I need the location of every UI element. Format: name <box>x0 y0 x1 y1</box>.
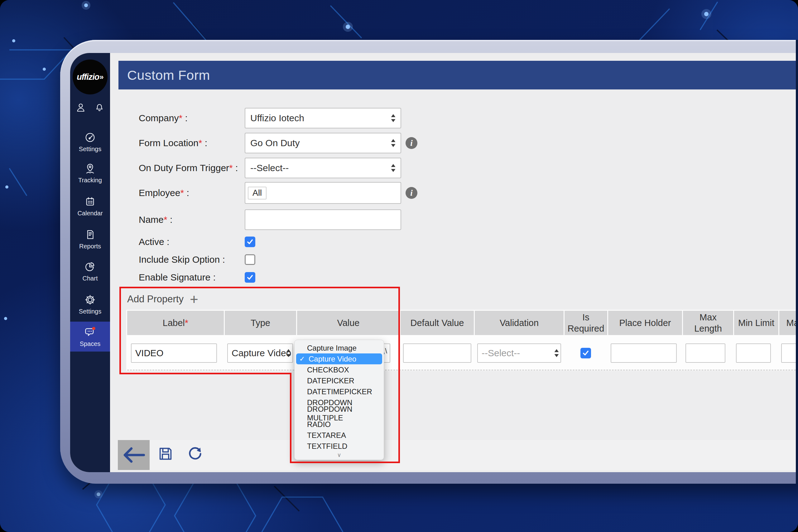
logo-text: uffizio <box>77 72 99 82</box>
page-titlebar: Custom Form <box>118 61 796 90</box>
row-is-required-checkbox[interactable] <box>581 348 591 358</box>
field-label-text: Employee <box>139 188 180 198</box>
sidebar-item-chart[interactable]: Chart <box>70 259 110 284</box>
sidebar-item-settings[interactable]: Settings <box>70 130 110 154</box>
info-icon[interactable]: i <box>405 137 417 149</box>
dropdown-option-label: TEXTFIELD <box>307 442 347 451</box>
form-row-company: Company* :Uffizio Iotech <box>139 108 401 128</box>
field-label-text: Name <box>139 214 164 225</box>
info-icon[interactable]: i <box>405 187 417 199</box>
save-button[interactable] <box>157 446 174 462</box>
field-label: Name* : <box>139 214 245 225</box>
label-colon: : <box>220 254 225 265</box>
dropdown-option[interactable]: TEXTAREA <box>294 430 384 441</box>
row-max-length-input[interactable] <box>685 343 725 363</box>
column-header-label: Default Value <box>411 317 464 328</box>
updown-arrows-icon <box>391 164 396 172</box>
row-label-input[interactable] <box>131 343 217 363</box>
dropdown-option[interactable]: DATETIMEPICKER <box>294 386 384 397</box>
row-validation-select[interactable]: --Select-- <box>477 343 561 363</box>
dropdown-option[interactable]: TEXTFIELD <box>294 441 384 452</box>
row-default-value-input[interactable] <box>403 343 471 363</box>
dropdown-option-label: DATETIMEPICKER <box>307 387 372 396</box>
row-separator <box>127 369 796 370</box>
field-label-text: Company <box>139 113 178 123</box>
column-header-default-value: Default Value <box>401 311 474 335</box>
map-pin-icon <box>84 163 96 174</box>
on-duty-form-trigger-select[interactable]: --Select-- <box>245 158 401 178</box>
dropdown-option-selected[interactable]: ✓Capture Video <box>296 354 382 364</box>
sidebar-item-tracking[interactable]: Tracking <box>70 161 110 186</box>
plus-icon[interactable]: + <box>190 293 198 305</box>
field-label: Active : <box>139 236 245 247</box>
dropdown-option[interactable]: Capture Image <box>294 343 384 354</box>
column-header-text: Validation <box>500 318 539 328</box>
required-asterisk: * <box>180 188 184 198</box>
include-skip-option-checkbox[interactable] <box>245 254 255 265</box>
label-colon: : <box>164 236 170 247</box>
row-type-value: Capture Video <box>232 348 291 358</box>
refresh-button[interactable] <box>187 446 203 462</box>
sidebar-item-settings-2[interactable]: Settings <box>70 292 110 317</box>
back-arrow-icon <box>122 446 146 464</box>
name-input[interactable] <box>245 209 401 230</box>
dropdown-option[interactable]: DROPDOWN MULTIPLE <box>294 408 384 419</box>
required-asterisk: * <box>178 113 182 123</box>
active-checkbox[interactable] <box>245 236 255 247</box>
dropdown-option[interactable]: CHECKBOX <box>294 364 384 375</box>
speedometer-icon <box>84 132 96 144</box>
column-header-label: Type <box>251 317 270 328</box>
column-header-label: Label* <box>163 317 188 328</box>
row-type-select[interactable]: Capture Video <box>227 343 293 363</box>
row-max-input[interactable] <box>781 343 798 363</box>
add-property-header: Add Property + <box>127 293 198 305</box>
field-label: Form Location* : <box>139 138 245 148</box>
column-header-label: Is Required <box>566 312 605 335</box>
field-label-text: Form Location <box>139 138 198 148</box>
enable-signature-checkbox[interactable] <box>245 272 255 283</box>
field-label-text: Enable Signature <box>139 272 210 282</box>
sidebar-top-icons <box>70 102 110 113</box>
sidebar-item-calendar[interactable]: Calendar <box>70 194 110 218</box>
user-icon[interactable] <box>75 102 86 113</box>
column-header-text: Default Value <box>411 318 464 328</box>
screenshot-root: uffizio» SettingsTrackingCalendarReports… <box>0 0 798 532</box>
dropdown-option[interactable]: DATEPICKER <box>294 375 384 386</box>
sidebar-item-label: Settings <box>79 146 101 153</box>
row-place-holder-input[interactable] <box>611 343 677 363</box>
column-header-label: Place Holder <box>619 317 671 328</box>
gear-icon <box>84 294 96 306</box>
column-header-text: Max Length <box>694 312 722 334</box>
column-header-max-length: Max Length <box>683 311 733 335</box>
form-row-on-duty-form-trigger: On Duty Form Trigger* :--Select-- <box>139 158 401 178</box>
bell-icon[interactable] <box>94 102 105 113</box>
field-label-text: Active <box>139 236 164 247</box>
column-header-validation: Validation <box>475 311 564 335</box>
dropdown-more-chevron-icon[interactable]: ∨ <box>294 452 384 458</box>
sidebar-item-label: Chart <box>82 275 98 282</box>
sidebar: uffizio» SettingsTrackingCalendarReports… <box>70 53 110 472</box>
column-header-place-holder: Place Holder <box>608 311 682 335</box>
company-select[interactable]: Uffizio Iotech <box>245 108 401 128</box>
refresh-icon <box>187 446 203 462</box>
employee-field[interactable]: All <box>245 182 401 204</box>
updown-arrows-icon <box>391 139 396 147</box>
column-header-text: Min Limit <box>738 318 774 328</box>
required-asterisk: * <box>229 163 233 173</box>
column-header-text: Value <box>337 318 359 328</box>
sidebar-item-spaces[interactable]: Spaces <box>70 322 110 352</box>
chat-icon <box>84 326 96 338</box>
field-label: Employee* : <box>139 188 245 198</box>
column-header-min-limit: Min Limit <box>734 311 778 335</box>
employee-chip[interactable]: All <box>248 187 267 200</box>
select-value: Uffizio Iotech <box>250 113 304 124</box>
sidebar-item-reports[interactable]: Reports <box>70 227 110 251</box>
form-location-select[interactable]: Go On Duty <box>245 133 401 153</box>
form-row-name: Name* : <box>139 209 401 230</box>
column-header-label: Value <box>337 317 359 328</box>
row-min-limit-input[interactable] <box>736 343 771 363</box>
back-button[interactable] <box>118 440 150 470</box>
form-row-active: Active : <box>139 235 255 248</box>
frame-right-gap <box>796 40 798 484</box>
add-property-title: Add Property <box>127 293 184 305</box>
